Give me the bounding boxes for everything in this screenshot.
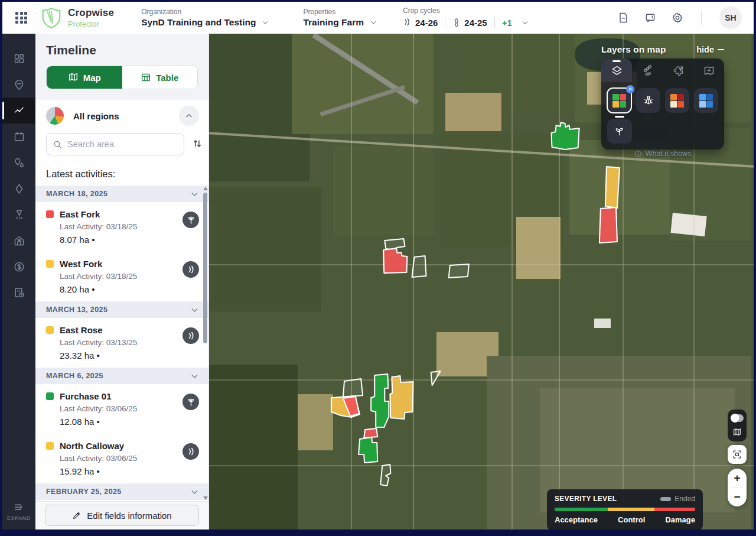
list-scrollbar[interactable] bbox=[203, 187, 208, 500]
sidebar-item-finance[interactable] bbox=[2, 254, 35, 280]
zoom-in-button[interactable]: + bbox=[728, 469, 747, 488]
tab-satellite[interactable] bbox=[632, 59, 663, 82]
layer-moisture-button[interactable] bbox=[694, 88, 718, 113]
field-area: 15.92 ha • bbox=[60, 466, 198, 476]
chevron-down-icon[interactable] bbox=[190, 488, 199, 496]
calendar-icon bbox=[13, 131, 25, 143]
sidebar-item-applications[interactable] bbox=[2, 150, 35, 176]
frame-select-button[interactable] bbox=[728, 445, 747, 464]
field-polygon[interactable] bbox=[605, 167, 620, 208]
field-area: 23.32 ha • bbox=[60, 350, 198, 360]
search-row bbox=[35, 131, 208, 161]
tab-layers[interactable] bbox=[601, 59, 632, 82]
finance-dollar-icon bbox=[13, 261, 25, 273]
properties-selector[interactable]: Training Farm bbox=[303, 17, 377, 28]
field-polygon[interactable] bbox=[364, 428, 377, 438]
properties-value: Training Farm bbox=[303, 17, 364, 28]
feedback-icon[interactable] bbox=[644, 12, 656, 24]
sidebar-item-timeline[interactable] bbox=[2, 98, 35, 124]
layer-severity-button[interactable]: ✕ bbox=[607, 88, 631, 113]
user-avatar[interactable]: SH bbox=[719, 7, 742, 29]
field-polygon[interactable] bbox=[371, 374, 389, 427]
collapse-regions-button[interactable] bbox=[179, 106, 199, 126]
document-icon[interactable] bbox=[617, 12, 629, 24]
map-layer-quick-controls bbox=[728, 410, 747, 441]
organization-label: Organization bbox=[141, 8, 269, 16]
hide-layers-button[interactable]: hide bbox=[696, 45, 724, 54]
field-polygon[interactable] bbox=[552, 122, 579, 150]
activity-item[interactable]: East Fork Last Activity: 03/18/25 8.07 h… bbox=[35, 202, 208, 252]
activity-item[interactable]: West Fork Last Activity: 03/18/25 8.20 h… bbox=[35, 252, 208, 301]
crop-badge[interactable] bbox=[183, 394, 199, 410]
scouting-pin-icon bbox=[13, 79, 25, 91]
field-polygon[interactable] bbox=[449, 264, 469, 278]
field-polygon[interactable] bbox=[390, 376, 413, 419]
remove-layer-badge[interactable]: ✕ bbox=[626, 85, 634, 93]
what-it-shows[interactable]: What it shows bbox=[601, 150, 724, 158]
tab-integrations[interactable] bbox=[663, 59, 693, 82]
date-label: MARCH 18, 2025 bbox=[46, 190, 107, 198]
sidebar-item-reports[interactable] bbox=[2, 280, 35, 306]
sidebar-item-dashboard[interactable] bbox=[2, 46, 35, 72]
chevron-down-icon[interactable] bbox=[190, 372, 199, 381]
nav-sidebar: EXPAND bbox=[2, 34, 35, 529]
expand-label: EXPAND bbox=[7, 515, 31, 521]
crop-badge[interactable] bbox=[183, 261, 199, 278]
field-polygon[interactable] bbox=[431, 371, 441, 385]
activity-item[interactable]: East Rose Last Activity: 03/13/25 23.32 … bbox=[35, 318, 208, 368]
sidebar-item-products[interactable] bbox=[2, 176, 35, 202]
zoom-out-button[interactable]: − bbox=[728, 488, 747, 507]
field-polygon[interactable] bbox=[380, 464, 390, 486]
seedling-icon bbox=[614, 125, 625, 137]
table-view-button[interactable]: Table bbox=[122, 66, 198, 89]
search-input[interactable] bbox=[67, 139, 178, 149]
sidebar-item-scouting[interactable] bbox=[2, 72, 35, 98]
scroll-down-arrow[interactable] bbox=[203, 496, 208, 500]
scroll-up-arrow[interactable] bbox=[203, 187, 208, 190]
map-canvas[interactable]: Layers on map hide bbox=[209, 34, 754, 529]
app-launcher-icon[interactable] bbox=[15, 12, 27, 24]
corn-icon bbox=[187, 332, 195, 340]
field-polygon[interactable] bbox=[383, 248, 407, 273]
scrollbar-thumb[interactable] bbox=[203, 193, 207, 343]
crop-badge[interactable] bbox=[183, 443, 199, 460]
bug-icon bbox=[643, 95, 654, 106]
field-polygon[interactable] bbox=[599, 207, 617, 243]
sidebar-item-spraying[interactable] bbox=[2, 202, 35, 228]
sidebar-expand-button[interactable]: EXPAND bbox=[2, 497, 35, 529]
chevron-down-icon bbox=[370, 19, 377, 26]
activity-item[interactable]: North Calloway Last Activity: 03/06/25 1… bbox=[35, 434, 208, 483]
last-activity: Last Activity: 03/13/25 bbox=[60, 338, 198, 347]
chevron-down-icon bbox=[522, 19, 529, 26]
legend-label-damage: Damage bbox=[665, 515, 695, 524]
page-title: Timeline bbox=[46, 43, 198, 57]
sprayer-icon bbox=[13, 209, 25, 221]
layer-growth-button[interactable] bbox=[607, 119, 632, 144]
activity-item[interactable]: Furchase 01 Last Activity: 03/06/25 12.0… bbox=[35, 384, 208, 434]
timeline-chart-icon bbox=[13, 105, 25, 117]
tab-add-area[interactable] bbox=[693, 59, 724, 82]
layer-visibility-toggle[interactable] bbox=[731, 414, 744, 422]
layer-pests-button[interactable] bbox=[636, 88, 660, 113]
field-polygon[interactable] bbox=[359, 437, 377, 463]
settings-gear-icon[interactable] bbox=[672, 12, 683, 24]
crop-badge[interactable] bbox=[183, 212, 199, 228]
field-name: West Fork bbox=[60, 259, 102, 269]
map-view-button[interactable]: Map bbox=[47, 66, 122, 89]
last-activity: Last Activity: 03/18/25 bbox=[60, 222, 198, 231]
organization-selector[interactable]: SynD Training and Testing bbox=[141, 17, 269, 28]
layer-heat-button[interactable] bbox=[665, 88, 689, 113]
field-polygon[interactable] bbox=[343, 379, 363, 397]
sidebar-item-warehouse[interactable] bbox=[2, 228, 35, 254]
field-name: Furchase 01 bbox=[60, 391, 112, 401]
crop-badge[interactable] bbox=[183, 327, 199, 344]
field-polygon[interactable] bbox=[412, 256, 426, 277]
chevron-down-icon[interactable] bbox=[190, 306, 199, 314]
chevron-down-icon[interactable] bbox=[190, 190, 199, 199]
date-label: MARCH 6, 2025 bbox=[46, 372, 103, 380]
sidebar-item-calendar[interactable] bbox=[2, 124, 35, 150]
crop-cycles-selector[interactable]: 24-26 24-25 +1 bbox=[403, 16, 529, 29]
basemap-icon[interactable] bbox=[732, 427, 742, 437]
sort-button[interactable] bbox=[191, 138, 203, 151]
edit-fields-button[interactable]: Edit fields information bbox=[45, 505, 199, 526]
